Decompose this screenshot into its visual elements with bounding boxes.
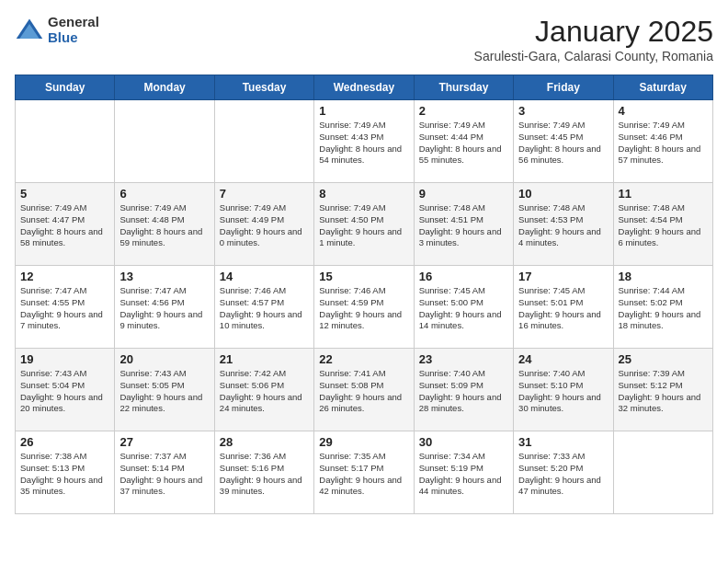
calendar-cell: 22Sunrise: 7:41 AM Sunset: 5:08 PM Dayli…: [314, 349, 414, 431]
weekday-header-friday: Friday: [514, 75, 613, 100]
day-info: Sunrise: 7:46 AM Sunset: 4:57 PM Dayligh…: [220, 285, 309, 332]
logo-blue-label: Blue: [48, 30, 99, 46]
day-number: 12: [20, 270, 109, 283]
day-info: Sunrise: 7:40 AM Sunset: 5:09 PM Dayligh…: [419, 368, 508, 415]
day-number: 20: [119, 352, 209, 366]
calendar-cell: 29Sunrise: 7:35 AM Sunset: 5:17 PM Dayli…: [314, 431, 414, 514]
weekday-header-wednesday: Wednesday: [314, 75, 414, 100]
calendar-cell: 11Sunrise: 7:48 AM Sunset: 4:54 PM Dayli…: [613, 183, 712, 266]
logo: General Blue: [15, 15, 99, 45]
calendar-cell: 25Sunrise: 7:39 AM Sunset: 5:12 PM Dayli…: [613, 349, 712, 431]
calendar-cell: 1Sunrise: 7:49 AM Sunset: 4:43 PM Daylig…: [314, 100, 414, 183]
calendar-cell: 26Sunrise: 7:38 AM Sunset: 5:13 PM Dayli…: [16, 431, 115, 514]
calendar-cell: 28Sunrise: 7:36 AM Sunset: 5:16 PM Dayli…: [214, 431, 313, 514]
weekday-header-thursday: Thursday: [414, 75, 513, 100]
title-area: January 2025 Sarulesti-Gara, Calarasi Co…: [474, 15, 713, 63]
day-number: 21: [220, 352, 309, 366]
day-number: 26: [20, 435, 109, 449]
day-info: Sunrise: 7:42 AM Sunset: 5:06 PM Dayligh…: [220, 368, 309, 415]
calendar-cell: 4Sunrise: 7:49 AM Sunset: 4:46 PM Daylig…: [613, 100, 712, 183]
calendar-week-3: 12Sunrise: 7:47 AM Sunset: 4:55 PM Dayli…: [16, 266, 713, 349]
day-number: 11: [619, 187, 708, 201]
calendar-cell: [16, 100, 115, 183]
logo-text: General Blue: [48, 15, 99, 45]
day-number: 22: [319, 352, 408, 366]
day-info: Sunrise: 7:43 AM Sunset: 5:04 PM Dayligh…: [20, 368, 109, 415]
day-number: 23: [419, 352, 508, 366]
day-number: 19: [20, 352, 109, 366]
day-number: 31: [518, 435, 608, 449]
day-info: Sunrise: 7:33 AM Sunset: 5:20 PM Dayligh…: [518, 451, 608, 498]
day-info: Sunrise: 7:44 AM Sunset: 5:02 PM Dayligh…: [619, 285, 708, 332]
day-number: 27: [119, 435, 209, 449]
day-number: 18: [619, 270, 708, 283]
day-number: 2: [419, 104, 508, 118]
day-info: Sunrise: 7:49 AM Sunset: 4:50 PM Dayligh…: [319, 202, 408, 249]
calendar-cell: 12Sunrise: 7:47 AM Sunset: 4:55 PM Dayli…: [16, 266, 115, 349]
calendar-cell: 23Sunrise: 7:40 AM Sunset: 5:09 PM Dayli…: [414, 349, 513, 431]
day-number: 24: [518, 352, 608, 366]
calendar-cell: 19Sunrise: 7:43 AM Sunset: 5:04 PM Dayli…: [16, 349, 115, 431]
weekday-header-saturday: Saturday: [613, 75, 712, 100]
day-info: Sunrise: 7:48 AM Sunset: 4:51 PM Dayligh…: [419, 202, 508, 249]
day-info: Sunrise: 7:49 AM Sunset: 4:47 PM Dayligh…: [20, 202, 109, 249]
day-info: Sunrise: 7:35 AM Sunset: 5:17 PM Dayligh…: [319, 451, 408, 498]
calendar-cell: 21Sunrise: 7:42 AM Sunset: 5:06 PM Dayli…: [214, 349, 313, 431]
calendar-cell: 14Sunrise: 7:46 AM Sunset: 4:57 PM Dayli…: [214, 266, 313, 349]
day-info: Sunrise: 7:49 AM Sunset: 4:45 PM Dayligh…: [518, 120, 608, 167]
calendar-cell: 24Sunrise: 7:40 AM Sunset: 5:10 PM Dayli…: [514, 349, 613, 431]
weekday-header-tuesday: Tuesday: [214, 75, 313, 100]
day-number: 8: [319, 187, 408, 201]
day-info: Sunrise: 7:48 AM Sunset: 4:53 PM Dayligh…: [518, 202, 608, 249]
calendar-week-5: 26Sunrise: 7:38 AM Sunset: 5:13 PM Dayli…: [16, 431, 713, 514]
calendar-cell: 9Sunrise: 7:48 AM Sunset: 4:51 PM Daylig…: [414, 183, 513, 266]
calendar-subtitle: Sarulesti-Gara, Calarasi County, Romania: [474, 49, 713, 63]
day-info: Sunrise: 7:38 AM Sunset: 5:13 PM Dayligh…: [20, 451, 109, 498]
day-info: Sunrise: 7:45 AM Sunset: 5:00 PM Dayligh…: [419, 285, 508, 332]
day-info: Sunrise: 7:49 AM Sunset: 4:46 PM Dayligh…: [619, 120, 708, 167]
day-info: Sunrise: 7:34 AM Sunset: 5:19 PM Dayligh…: [419, 451, 508, 498]
day-number: 15: [319, 270, 408, 283]
day-info: Sunrise: 7:47 AM Sunset: 4:55 PM Dayligh…: [20, 285, 109, 332]
day-info: Sunrise: 7:45 AM Sunset: 5:01 PM Dayligh…: [518, 285, 608, 332]
calendar-cell: [214, 100, 313, 183]
day-info: Sunrise: 7:49 AM Sunset: 4:44 PM Dayligh…: [419, 120, 508, 167]
day-info: Sunrise: 7:46 AM Sunset: 4:59 PM Dayligh…: [319, 285, 408, 332]
calendar-cell: [115, 100, 214, 183]
day-number: 9: [419, 187, 508, 201]
calendar-cell: 17Sunrise: 7:45 AM Sunset: 5:01 PM Dayli…: [514, 266, 613, 349]
day-info: Sunrise: 7:41 AM Sunset: 5:08 PM Dayligh…: [319, 368, 408, 415]
calendar-cell: 13Sunrise: 7:47 AM Sunset: 4:56 PM Dayli…: [115, 266, 214, 349]
calendar-cell: 6Sunrise: 7:49 AM Sunset: 4:48 PM Daylig…: [115, 183, 214, 266]
day-number: 16: [419, 270, 508, 283]
weekday-header-sunday: Sunday: [16, 75, 115, 100]
day-number: 14: [220, 270, 309, 283]
day-info: Sunrise: 7:36 AM Sunset: 5:16 PM Dayligh…: [220, 451, 309, 498]
day-number: 6: [119, 187, 209, 201]
calendar-header: SundayMondayTuesdayWednesdayThursdayFrid…: [16, 75, 713, 100]
calendar-cell: 3Sunrise: 7:49 AM Sunset: 4:45 PM Daylig…: [514, 100, 613, 183]
calendar-cell: 7Sunrise: 7:49 AM Sunset: 4:49 PM Daylig…: [214, 183, 313, 266]
day-number: 28: [220, 435, 309, 449]
day-info: Sunrise: 7:43 AM Sunset: 5:05 PM Dayligh…: [119, 368, 209, 415]
calendar-cell: 27Sunrise: 7:37 AM Sunset: 5:14 PM Dayli…: [115, 431, 214, 514]
day-info: Sunrise: 7:40 AM Sunset: 5:10 PM Dayligh…: [518, 368, 608, 415]
day-number: 7: [220, 187, 309, 201]
day-info: Sunrise: 7:49 AM Sunset: 4:43 PM Dayligh…: [319, 120, 408, 167]
day-number: 1: [319, 104, 408, 118]
calendar-cell: 15Sunrise: 7:46 AM Sunset: 4:59 PM Dayli…: [314, 266, 414, 349]
calendar-week-2: 5Sunrise: 7:49 AM Sunset: 4:47 PM Daylig…: [16, 183, 713, 266]
day-number: 3: [518, 104, 608, 118]
day-number: 17: [518, 270, 608, 283]
weekday-row: SundayMondayTuesdayWednesdayThursdayFrid…: [16, 75, 713, 100]
calendar-body: 1Sunrise: 7:49 AM Sunset: 4:43 PM Daylig…: [16, 100, 713, 514]
calendar-cell: 30Sunrise: 7:34 AM Sunset: 5:19 PM Dayli…: [414, 431, 513, 514]
calendar-cell: [613, 431, 712, 514]
day-number: 30: [419, 435, 508, 449]
day-number: 29: [319, 435, 408, 449]
day-info: Sunrise: 7:49 AM Sunset: 4:48 PM Dayligh…: [119, 202, 209, 249]
calendar-table: SundayMondayTuesdayWednesdayThursdayFrid…: [15, 75, 713, 514]
logo-icon: [15, 16, 44, 45]
calendar-title: January 2025: [474, 15, 713, 49]
calendar-cell: 5Sunrise: 7:49 AM Sunset: 4:47 PM Daylig…: [16, 183, 115, 266]
